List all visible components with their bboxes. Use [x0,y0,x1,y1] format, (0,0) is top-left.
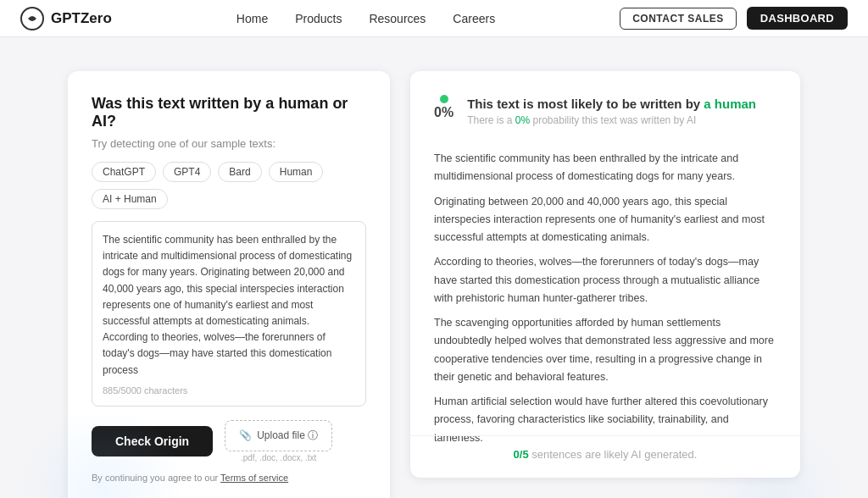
result-para-3: According to theories, wolves—the foreru… [434,253,776,307]
result-para-2: Originating between 20,000 and 40,000 ye… [434,193,776,247]
result-footer: 0/5 sentences are likely AI generated. [410,435,800,461]
logo-text: GPTZero [51,10,112,27]
pill-chatgpt[interactable]: ChatGPT [92,162,156,182]
nav-home[interactable]: Home [236,12,268,25]
upload-formats: .pdf, .doc, .docx, .txt [241,453,317,462]
ai-sentence-count: 0/5 [514,448,529,461]
card-title: Was this text written by a human or AI? [92,95,366,130]
navbar: GPTZero Home Products Resources Careers … [0,0,868,37]
nav-actions: CONTACT SALES DASHBOARD [620,7,848,30]
upload-icon: 📎 [239,429,252,441]
upload-label: Upload file ⓘ [257,429,318,443]
nav-links: Home Products Resources Careers [236,12,495,25]
pill-human[interactable]: Human [269,162,324,182]
upload-file-button[interactable]: 📎 Upload file ⓘ [225,420,332,451]
nav-careers[interactable]: Careers [453,12,495,25]
result-para-4: The scavenging opportunities afforded by… [434,314,776,386]
ai-percentage: 0% [434,105,453,120]
verdict-text: This text is most likely to be written b… [467,95,756,113]
main-content: Was this text written by a human or AI? … [0,37,868,498]
text-input-area[interactable]: The scientific community has been enthra… [92,221,366,407]
result-card: 0% This text is most likely to be writte… [410,71,800,478]
pill-ai-human[interactable]: AI + Human [92,189,168,209]
input-card: Was this text written by a human or AI? … [68,71,390,498]
check-origin-button[interactable]: Check Origin [92,426,213,456]
pill-bard[interactable]: Bard [218,162,261,182]
text-content: The scientific community has been enthra… [103,232,355,379]
terms-text: By continuing you agree to our Terms of … [92,473,366,483]
sample-pills: ChatGPT GPT4 Bard Human AI + Human [92,162,366,209]
dashboard-button[interactable]: DASHBOARD [747,7,848,30]
nav-products[interactable]: Products [295,12,342,25]
nav-resources[interactable]: Resources [369,12,426,25]
result-sub-text: There is a 0% probability this text was … [467,114,756,126]
card-subtitle: Try detecting one of our sample texts: [92,137,366,150]
result-header: 0% This text is most likely to be writte… [434,95,776,136]
footer-label: sentences are likely AI generated. [531,448,697,461]
percentage-block: 0% [434,95,453,120]
logo[interactable]: GPTZero [20,7,112,30]
card-actions: Check Origin 📎 Upload file ⓘ .pdf, .doc,… [92,420,366,462]
result-para-1: The scientific community has been enthra… [434,150,776,186]
verdict-block: This text is most likely to be written b… [467,95,756,126]
gptzero-logo-icon [20,7,44,30]
pill-gpt4[interactable]: GPT4 [163,162,211,182]
terms-of-service-link[interactable]: Terms of service [220,473,288,483]
percentage-dot-indicator [440,95,448,103]
char-count: 885/5000 characters [103,385,355,396]
verdict-human: a human [704,97,756,111]
result-body: The scientific community has been enthra… [434,150,776,447]
sub-percentage: 0% [515,114,530,126]
contact-sales-button[interactable]: CONTACT SALES [620,8,737,30]
